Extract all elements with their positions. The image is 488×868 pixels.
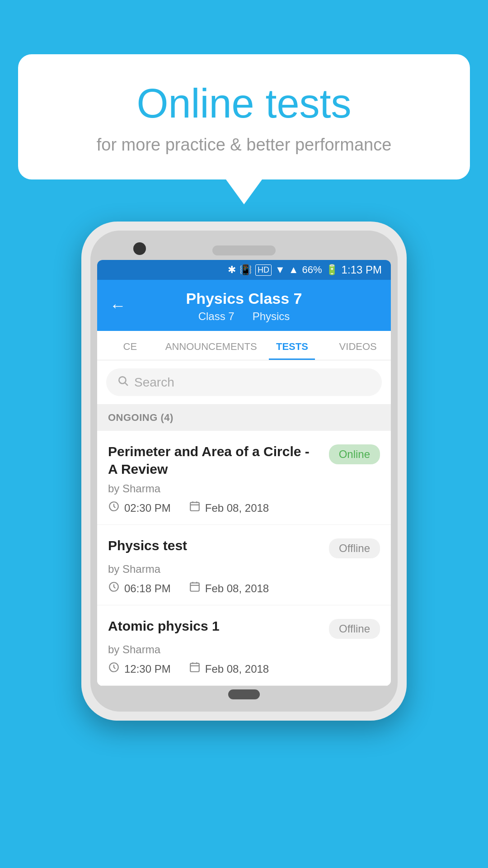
test-author: by Sharma: [108, 563, 380, 576]
test-item[interactable]: Atomic physics 1 Offline by Sharma: [97, 605, 391, 686]
status-icons: ✱ 📳 HD ▼ ▲ 66% 🔋 1:13 PM: [228, 264, 382, 276]
date-value: Feb 08, 2018: [205, 502, 269, 514]
status-badge: Offline: [329, 619, 380, 639]
svg-rect-13: [190, 663, 199, 671]
clock-icon: [108, 581, 120, 596]
speech-bubble-container: Online tests for more practice & better …: [18, 54, 470, 204]
speech-bubble-subtitle: for more practice & better performance: [45, 135, 443, 155]
calendar-icon: [189, 661, 201, 676]
phone-inner: ✱ 📳 HD ▼ ▲ 66% 🔋 1:13 PM ← Physics Class…: [90, 231, 398, 712]
test-item[interactable]: Physics test Offline by Sharma: [97, 525, 391, 605]
tab-videos[interactable]: VIDEOS: [325, 331, 391, 360]
clock-icon: [108, 500, 120, 515]
time-value: 02:30 PM: [124, 502, 171, 514]
calendar-icon: [189, 581, 201, 596]
search-container: Search: [97, 360, 391, 405]
date-value: Feb 08, 2018: [205, 663, 269, 675]
time-display: 1:13 PM: [342, 264, 382, 276]
test-time: 02:30 PM: [108, 500, 171, 515]
test-date: Feb 08, 2018: [189, 661, 269, 676]
test-meta: 06:18 PM Feb 08, 201: [108, 581, 380, 596]
phone-screen: ✱ 📳 HD ▼ ▲ 66% 🔋 1:13 PM ← Physics Class…: [97, 260, 391, 686]
status-badge: Online: [329, 444, 380, 464]
search-input-wrapper[interactable]: Search: [106, 368, 382, 396]
phone-camera: [133, 242, 146, 255]
test-item-header: Atomic physics 1 Offline: [108, 617, 380, 639]
svg-rect-8: [190, 583, 199, 591]
breadcrumb-subject: Physics: [253, 310, 290, 323]
svg-rect-3: [190, 502, 199, 510]
test-time: 12:30 PM: [108, 661, 171, 676]
battery-icon: 🔋: [326, 264, 338, 276]
test-time: 06:18 PM: [108, 581, 171, 596]
test-meta: 02:30 PM Feb 08, 201: [108, 500, 380, 515]
test-author: by Sharma: [108, 643, 380, 656]
tab-announcements[interactable]: ANNOUNCEMENTS: [163, 331, 259, 360]
svg-point-0: [119, 377, 126, 383]
phone-top-bar: [97, 237, 391, 260]
back-button[interactable]: ←: [110, 296, 126, 315]
status-badge: Offline: [329, 538, 380, 558]
test-title: Physics test: [108, 537, 320, 554]
breadcrumb: Class 7 Physics: [198, 310, 290, 323]
test-item-header: Perimeter and Area of a Circle - A Revie…: [108, 443, 380, 478]
signal-icon: ▲: [289, 264, 299, 276]
calendar-icon: [189, 500, 201, 515]
phone-home-button[interactable]: [228, 689, 260, 699]
test-title: Perimeter and Area of a Circle - A Revie…: [108, 443, 320, 478]
section-header: ONGOING (4): [97, 405, 391, 431]
test-title: Atomic physics 1: [108, 617, 320, 635]
phone-mockup: ✱ 📳 HD ▼ ▲ 66% 🔋 1:13 PM ← Physics Class…: [81, 222, 407, 721]
status-bar: ✱ 📳 HD ▼ ▲ 66% 🔋 1:13 PM: [97, 260, 391, 280]
search-placeholder: Search: [134, 375, 174, 390]
breadcrumb-class: Class 7: [198, 310, 235, 323]
app-bar: ← Physics Class 7 Class 7 Physics: [97, 280, 391, 331]
search-icon: [117, 375, 129, 390]
time-value: 06:18 PM: [124, 582, 171, 595]
test-item-header: Physics test Offline: [108, 537, 380, 558]
speech-bubble-title: Online tests: [45, 81, 443, 126]
wifi-icon: ▼: [275, 264, 285, 276]
test-author: by Sharma: [108, 482, 380, 495]
svg-line-1: [125, 383, 128, 386]
screen-title: Physics Class 7: [186, 290, 302, 307]
test-item[interactable]: Perimeter and Area of a Circle - A Revie…: [97, 431, 391, 525]
bluetooth-icon: ✱: [228, 264, 236, 276]
vibrate-icon: 📳: [239, 264, 252, 276]
test-date: Feb 08, 2018: [189, 500, 269, 515]
speech-bubble: Online tests for more practice & better …: [18, 54, 470, 179]
speech-bubble-arrow: [226, 179, 262, 204]
date-value: Feb 08, 2018: [205, 582, 269, 595]
tabs-bar: CE ANNOUNCEMENTS TESTS VIDEOS: [97, 331, 391, 360]
tab-ce[interactable]: CE: [97, 331, 163, 360]
time-value: 12:30 PM: [124, 663, 171, 675]
clock-icon: [108, 661, 120, 676]
tab-tests[interactable]: TESTS: [259, 331, 325, 360]
phone-speaker: [212, 245, 276, 255]
battery-text: 66%: [302, 264, 322, 276]
phone-outer: ✱ 📳 HD ▼ ▲ 66% 🔋 1:13 PM ← Physics Class…: [81, 222, 407, 721]
hd-badge: HD: [255, 264, 272, 276]
test-date: Feb 08, 2018: [189, 581, 269, 596]
test-meta: 12:30 PM Feb 08, 201: [108, 661, 380, 676]
